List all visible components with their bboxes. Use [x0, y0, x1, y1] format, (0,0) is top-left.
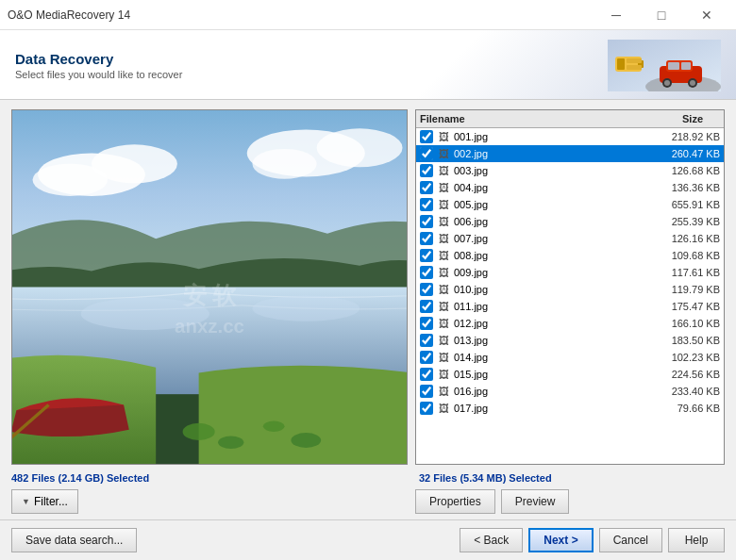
file-checkbox[interactable] [420, 147, 433, 160]
file-size: 126.68 KB [654, 165, 720, 176]
file-size: 183.50 KB [654, 335, 720, 346]
table-row[interactable]: 🖼005.jpg655.91 KB [416, 196, 724, 213]
file-name: 013.jpg [454, 335, 654, 346]
file-size: 233.40 KB [654, 386, 720, 397]
svg-point-27 [218, 436, 243, 449]
svg-point-7 [664, 80, 670, 86]
file-checkbox[interactable] [420, 181, 433, 194]
next-button[interactable]: Next > [528, 528, 593, 552]
bottom-right: < Back Next > Cancel Help [460, 528, 725, 552]
table-row[interactable]: 🖼007.jpg126.16 KB [416, 230, 724, 247]
file-checkbox[interactable] [420, 300, 433, 313]
file-size: 102.23 KB [654, 352, 720, 363]
file-size: 175.47 KB [654, 301, 720, 312]
table-row[interactable]: 🖼016.jpg233.40 KB [416, 383, 724, 400]
table-row[interactable]: 🖼009.jpg117.61 KB [416, 264, 724, 281]
file-checkbox[interactable] [420, 351, 433, 364]
file-type-icon: 🖼 [437, 402, 450, 415]
file-checkbox[interactable] [420, 198, 433, 211]
file-checkbox[interactable] [420, 215, 433, 228]
file-name: 008.jpg [454, 250, 654, 261]
svg-point-28 [263, 421, 285, 432]
file-name: 009.jpg [454, 267, 654, 278]
file-checkbox[interactable] [420, 232, 433, 245]
file-size: 119.79 KB [654, 284, 720, 295]
table-row[interactable]: 🖼004.jpg136.36 KB [416, 179, 724, 196]
file-size: 136.36 KB [654, 182, 720, 193]
file-checkbox[interactable] [420, 283, 433, 296]
file-name: 014.jpg [454, 352, 654, 363]
table-row[interactable]: 🖼006.jpg255.39 KB [416, 213, 724, 230]
minimize-button[interactable]: ─ [594, 3, 638, 27]
file-checkbox[interactable] [420, 317, 433, 330]
table-row[interactable]: 🖼003.jpg126.68 KB [416, 162, 724, 179]
image-preview-panel: 安 软 anxz.cc [11, 109, 408, 465]
svg-point-21 [252, 149, 316, 179]
svg-rect-14 [627, 65, 642, 70]
table-row[interactable]: 🖼014.jpg102.23 KB [416, 349, 724, 366]
maximize-button[interactable]: □ [640, 3, 683, 27]
table-row[interactable]: 🖼011.jpg175.47 KB [416, 298, 724, 315]
header-graphic [608, 40, 721, 91]
file-type-icon: 🖼 [437, 249, 450, 262]
table-row[interactable]: 🖼001.jpg218.92 KB [416, 128, 724, 145]
content-area: 安 软 anxz.cc Filename Size 🖼001.jpg218.92… [11, 109, 725, 465]
cancel-button[interactable]: Cancel [599, 528, 662, 552]
table-row[interactable]: 🖼015.jpg224.56 KB [416, 366, 724, 383]
file-size: 255.39 KB [654, 216, 720, 227]
file-size: 117.61 KB [654, 267, 720, 278]
table-row[interactable]: 🖼012.jpg166.10 KB [416, 315, 724, 332]
table-row[interactable]: 🖼013.jpg183.50 KB [416, 332, 724, 349]
file-size: 655.91 KB [654, 199, 720, 210]
file-list-scroll[interactable]: 🖼001.jpg218.92 KB🖼002.jpg260.47 KB🖼003.j… [416, 128, 724, 464]
dropdown-arrow-icon: ▼ [22, 497, 30, 506]
file-name: 017.jpg [454, 403, 654, 414]
filter-button[interactable]: ▼ Filter... [11, 489, 78, 514]
svg-text:安 软: 安 软 [181, 282, 238, 308]
bottom-left: Save data search... [11, 528, 137, 552]
save-search-button[interactable]: Save data search... [11, 528, 137, 552]
header-illustration [608, 40, 721, 91]
landscape-image: 安 软 anxz.cc [12, 110, 407, 464]
table-row[interactable]: 🖼017.jpg79.66 KB [416, 400, 724, 417]
table-row[interactable]: 🖼002.jpg260.47 KB [416, 145, 724, 162]
file-name: 011.jpg [454, 301, 654, 312]
window-controls: ─ □ ✕ [594, 3, 728, 27]
file-type-icon: 🖼 [437, 130, 450, 143]
back-button[interactable]: < Back [460, 528, 523, 552]
file-type-icon: 🖼 [437, 334, 450, 347]
table-row[interactable]: 🖼008.jpg109.68 KB [416, 247, 724, 264]
header-text: Data Recovery Select files you would lik… [15, 51, 608, 80]
size-column-header: Size [644, 113, 720, 124]
help-button[interactable]: Help [668, 528, 725, 552]
file-type-icon: 🖼 [437, 147, 450, 160]
file-checkbox[interactable] [420, 266, 433, 279]
preview-button[interactable]: Preview [501, 489, 570, 514]
table-row[interactable]: 🖼010.jpg119.79 KB [416, 281, 724, 298]
file-checkbox[interactable] [420, 249, 433, 262]
app-title: O&O MediaRecovery 14 [8, 8, 130, 22]
file-name: 010.jpg [454, 284, 654, 295]
file-checkbox[interactable] [420, 385, 433, 398]
file-size: 126.16 KB [654, 233, 720, 244]
bottom-bar: Save data search... < Back Next > Cancel… [0, 519, 736, 560]
title-bar: O&O MediaRecovery 14 ─ □ ✕ [0, 0, 736, 30]
file-type-icon: 🖼 [437, 317, 450, 330]
close-button[interactable]: ✕ [685, 3, 728, 27]
page-subtitle: Select files you would like to recover [15, 69, 608, 80]
properties-button[interactable]: Properties [415, 489, 495, 514]
status-area: 482 Files (2.14 GB) Selected 32 Files (5… [11, 470, 725, 486]
svg-point-26 [183, 423, 215, 440]
svg-rect-4 [668, 62, 679, 70]
file-checkbox[interactable] [420, 130, 433, 143]
file-type-icon: 🖼 [437, 351, 450, 364]
file-name: 004.jpg [454, 182, 654, 193]
file-type-icon: 🖼 [437, 181, 450, 194]
file-size: 260.47 KB [654, 148, 720, 159]
file-checkbox[interactable] [420, 164, 433, 177]
file-checkbox[interactable] [420, 368, 433, 381]
file-checkbox[interactable] [420, 402, 433, 415]
file-checkbox[interactable] [420, 334, 433, 347]
file-size: 218.92 KB [654, 131, 720, 142]
svg-text:anxz.cc: anxz.cc [175, 315, 244, 337]
